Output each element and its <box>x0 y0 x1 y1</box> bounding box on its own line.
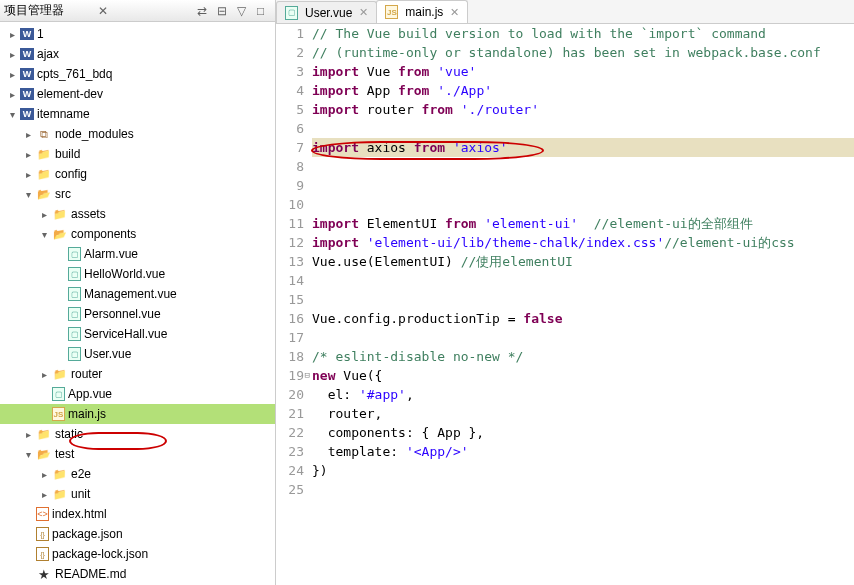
expand-arrow-icon[interactable]: ▸ <box>4 29 20 40</box>
expand-arrow-icon[interactable]: ▸ <box>20 149 36 160</box>
code-line[interactable]: Vue.use(ElementUI) //使用elementUI <box>312 252 854 271</box>
code-line[interactable] <box>312 328 854 347</box>
code-line[interactable]: import App from './App' <box>312 81 854 100</box>
tree-item[interactable]: ▾📂components <box>0 224 275 244</box>
tree-item[interactable]: ▸W1 <box>0 24 275 44</box>
tree-item[interactable]: ▢ServiceHall.vue <box>0 324 275 344</box>
tree-item[interactable]: ▸📁build <box>0 144 275 164</box>
code-editor[interactable]: 1234567891011121314151617181920212223242… <box>276 24 854 585</box>
expand-arrow-icon[interactable]: ▾ <box>36 229 52 240</box>
editor-tab[interactable]: ▢User.vue✕ <box>276 1 377 23</box>
json-file-icon: {} <box>36 527 49 541</box>
code-line[interactable]: components: { App }, <box>312 423 854 442</box>
tree-item[interactable]: ▸📁assets <box>0 204 275 224</box>
tree-item[interactable]: <>index.html <box>0 504 275 524</box>
code-line[interactable]: new Vue({ <box>312 366 854 385</box>
expand-arrow-icon[interactable]: ▸ <box>36 209 52 220</box>
code-line[interactable]: router, <box>312 404 854 423</box>
folder-open-icon: 📂 <box>36 446 52 462</box>
code-content[interactable]: // The Vue build version to load with th… <box>312 24 854 585</box>
expand-arrow-icon[interactable]: ▾ <box>20 449 36 460</box>
tree-item[interactable]: ★README.md <box>0 564 275 584</box>
code-line[interactable] <box>312 119 854 138</box>
link-editor-icon[interactable]: ⇄ <box>197 4 211 18</box>
expand-arrow-icon[interactable]: ▸ <box>4 89 20 100</box>
folder-icon: 📁 <box>52 466 68 482</box>
close-icon[interactable]: ✕ <box>359 6 368 19</box>
code-line[interactable]: import ElementUI from 'element-ui' //ele… <box>312 214 854 233</box>
code-line[interactable] <box>312 271 854 290</box>
tree-item[interactable]: ▢App.vue <box>0 384 275 404</box>
expand-arrow-icon[interactable]: ▸ <box>36 489 52 500</box>
tree-item[interactable]: ▸📁static <box>0 424 275 444</box>
code-line[interactable] <box>312 290 854 309</box>
expand-arrow-icon[interactable]: ▾ <box>4 109 20 120</box>
code-line[interactable]: /* eslint-disable no-new */ <box>312 347 854 366</box>
folder-icon: 📁 <box>52 206 68 222</box>
tree-item[interactable]: ▢HelloWorld.vue <box>0 264 275 284</box>
editor-tab[interactable]: JSmain.js✕ <box>376 0 468 23</box>
expand-arrow-icon[interactable]: ▸ <box>20 129 36 140</box>
code-line[interactable]: // The Vue build version to load with th… <box>312 24 854 43</box>
code-line[interactable]: import axios from 'axios' <box>312 138 854 157</box>
code-line[interactable]: import router from './router' <box>312 100 854 119</box>
minimize-icon[interactable]: □ <box>257 4 271 18</box>
line-number: 20 <box>276 385 304 404</box>
tree-item[interactable]: ▸⧉node_modules <box>0 124 275 144</box>
code-line[interactable] <box>312 157 854 176</box>
line-number: 23 <box>276 442 304 461</box>
folder-open-icon: 📂 <box>36 186 52 202</box>
code-line[interactable]: el: '#app', <box>312 385 854 404</box>
code-line[interactable]: Vue.config.productionTip = false <box>312 309 854 328</box>
collapse-all-icon[interactable]: ⊟ <box>217 4 231 18</box>
panel-close-icon[interactable]: ✕ <box>98 4 108 18</box>
line-number: 11 <box>276 214 304 233</box>
vue-file-icon: ▢ <box>68 287 81 301</box>
folder-icon: 📁 <box>52 486 68 502</box>
tree-item[interactable]: ▸📁e2e <box>0 464 275 484</box>
tree-item[interactable]: ▸Wajax <box>0 44 275 64</box>
tree-item[interactable]: ▸Welement-dev <box>0 84 275 104</box>
project-icon: W <box>20 28 34 40</box>
tree-item[interactable]: ▸📁config <box>0 164 275 184</box>
tree-item[interactable]: ▾📂test <box>0 444 275 464</box>
expand-arrow-icon[interactable]: ▸ <box>36 369 52 380</box>
file-tree[interactable]: ▸W1▸Wajax▸Wcpts_761_bdq▸Welement-dev▾Wit… <box>0 22 275 585</box>
code-line[interactable]: }) <box>312 461 854 480</box>
code-line[interactable]: template: '<App/>' <box>312 442 854 461</box>
code-line[interactable] <box>312 176 854 195</box>
vue-file-icon: ▢ <box>52 387 65 401</box>
line-number: 2 <box>276 43 304 62</box>
line-number: 9 <box>276 176 304 195</box>
expand-arrow-icon[interactable]: ▸ <box>4 49 20 60</box>
tree-item[interactable]: ▢Personnel.vue <box>0 304 275 324</box>
tree-item[interactable]: ▾Witemname <box>0 104 275 124</box>
code-line[interactable]: // (runtime-only or standalone) has been… <box>312 43 854 62</box>
tree-item[interactable]: ▢Management.vue <box>0 284 275 304</box>
tree-item[interactable]: ▢Alarm.vue <box>0 244 275 264</box>
panel-header: 项目管理器 ✕ ⇄ ⊟ ▽ □ <box>0 0 275 22</box>
tree-item[interactable]: ▸📁unit <box>0 484 275 504</box>
code-line[interactable]: import 'element-ui/lib/theme-chalk/index… <box>312 233 854 252</box>
line-number: 10 <box>276 195 304 214</box>
tree-item[interactable]: {}package.json <box>0 524 275 544</box>
tree-item[interactable]: ▸Wcpts_761_bdq <box>0 64 275 84</box>
expand-arrow-icon[interactable]: ▾ <box>20 189 36 200</box>
code-line[interactable] <box>312 480 854 499</box>
tree-item[interactable]: {}package-lock.json <box>0 544 275 564</box>
expand-arrow-icon[interactable]: ▸ <box>36 469 52 480</box>
tree-item[interactable]: ▸📁router <box>0 364 275 384</box>
expand-arrow-icon[interactable]: ▸ <box>4 69 20 80</box>
tree-item-label: ServiceHall.vue <box>84 327 167 341</box>
close-icon[interactable]: ✕ <box>450 6 459 19</box>
expand-arrow-icon[interactable]: ▸ <box>20 169 36 180</box>
tree-item[interactable]: ▢User.vue <box>0 344 275 364</box>
line-number: 15 <box>276 290 304 309</box>
code-line[interactable] <box>312 195 854 214</box>
expand-arrow-icon[interactable]: ▸ <box>20 429 36 440</box>
tree-item[interactable]: JSmain.js <box>0 404 275 424</box>
tree-item[interactable]: ▾📂src <box>0 184 275 204</box>
tree-item-label: cpts_761_bdq <box>37 67 112 81</box>
code-line[interactable]: import Vue from 'vue' <box>312 62 854 81</box>
view-menu-icon[interactable]: ▽ <box>237 4 251 18</box>
